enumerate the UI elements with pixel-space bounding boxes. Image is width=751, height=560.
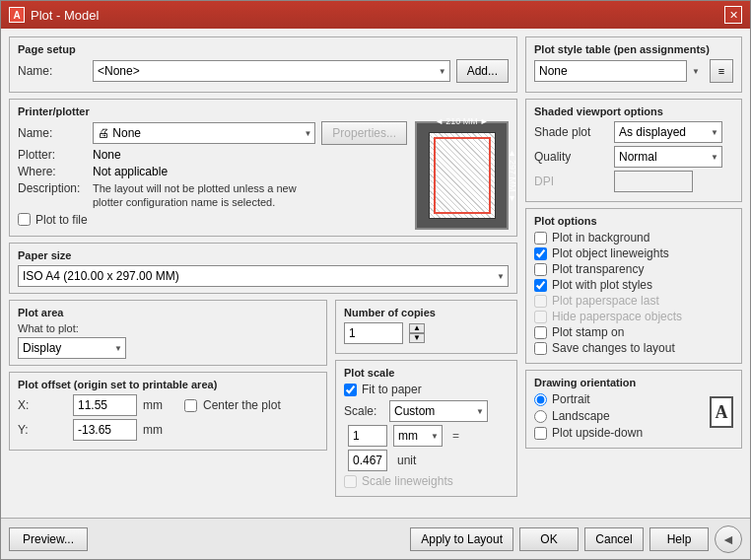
plot-style-select[interactable]: None	[534, 60, 687, 82]
bottom-right: Number of copies 1 ▲ ▼ Plot scale	[335, 300, 517, 510]
plot-stamp-label: Plot stamp on	[552, 325, 624, 339]
paper-size-select[interactable]: ISO A4 (210.00 x 297.00 MM)	[18, 265, 509, 287]
plot-in-bg-checkbox[interactable]	[534, 232, 547, 245]
printer-name-select[interactable]: 🖨 None	[93, 122, 315, 144]
unit-select-wrap: mm	[393, 425, 443, 447]
page-setup-name-select[interactable]: <None>	[93, 60, 450, 82]
y-mm-label: mm	[143, 423, 163, 437]
plot-style-edit-button[interactable]: ≡	[710, 59, 733, 83]
scale-lineweights-label: Scale lineweights	[362, 474, 453, 488]
plot-offset-section: Plot offset (origin set to printable are…	[9, 372, 327, 451]
plot-scale-title: Plot scale	[344, 367, 509, 379]
shade-plot-select-wrap: As displayed	[614, 121, 722, 143]
plot-option-4: Plot paperspace last	[534, 294, 733, 308]
plot-with-styles-label: Plot with plot styles	[552, 278, 652, 292]
copies-section: Number of copies 1 ▲ ▼	[335, 300, 517, 354]
bottom-buttons: Preview... Apply to Layout OK Cancel Hel…	[1, 518, 750, 559]
preview-button[interactable]: Preview...	[9, 527, 88, 551]
preview-box: ◄ 210 MM ► ▲ 297 MM ▼	[415, 121, 509, 230]
properties-button[interactable]: Properties...	[321, 121, 407, 145]
save-changes-checkbox[interactable]	[534, 342, 547, 355]
plot-area-select-wrap: Display	[18, 337, 126, 359]
quality-select-wrap: Normal	[614, 146, 722, 168]
description-label: Description:	[18, 181, 87, 195]
shade-plot-label: Shade plot	[534, 125, 608, 139]
copies-input[interactable]: 1	[344, 322, 403, 344]
window-title: Plot - Model	[31, 8, 99, 23]
copies-up[interactable]: ▲	[409, 323, 425, 333]
plot-options-section: Plot options Plot in background Plot obj…	[525, 208, 742, 364]
paper-size-section: Paper size ISO A4 (210.00 x 297.00 MM)	[9, 243, 517, 294]
app-icon: A	[9, 7, 25, 23]
fit-to-paper-checkbox[interactable]	[344, 384, 357, 396]
hide-paperspace-label: Hide paperspace objects	[552, 310, 682, 323]
plot-transparency-label: Plot transparency	[552, 262, 644, 276]
plot-upside-down-label: Plot upside-down	[552, 426, 643, 440]
apply-to-layout-button[interactable]: Apply to Layout	[410, 527, 513, 551]
plotter-label: Plotter:	[18, 148, 87, 162]
close-button[interactable]: ✕	[724, 6, 742, 24]
landscape-radio[interactable]	[534, 410, 547, 423]
ok-button[interactable]: OK	[519, 527, 579, 551]
copies-down[interactable]: ▼	[409, 333, 425, 343]
shaded-viewport-section: Shaded viewport options Shade plot As di…	[525, 99, 742, 202]
printer-section: Printer/plotter Name: 🖨 None Properties.…	[9, 99, 517, 237]
plot-offset-title: Plot offset (origin set to printable are…	[18, 379, 318, 390]
plot-with-styles-checkbox[interactable]	[534, 279, 547, 292]
bottom-row: Plot area What to plot: Display Plot off…	[9, 300, 517, 510]
plot-option-6: Plot stamp on	[534, 325, 733, 339]
plot-paperspace-last-checkbox[interactable]	[534, 295, 547, 308]
hide-paperspace-checkbox[interactable]	[534, 311, 547, 323]
shade-plot-select[interactable]: As displayed	[614, 121, 722, 143]
eq-sign: =	[452, 429, 459, 443]
x-input[interactable]: 11.55	[73, 394, 137, 416]
page-setup-section: Page setup Name: <None> Add...	[9, 36, 517, 93]
plot-obj-lw-checkbox[interactable]	[534, 247, 547, 260]
plot-to-file-label: Plot to file	[35, 213, 88, 227]
add-button[interactable]: Add...	[456, 59, 509, 83]
quality-select[interactable]: Normal	[614, 146, 722, 168]
plot-style-select-wrap: None	[534, 60, 704, 82]
scale-select-wrap: Custom	[389, 400, 488, 422]
save-changes-label: Save changes to layout	[552, 341, 675, 355]
quality-label: Quality	[534, 150, 608, 164]
scale-label: Scale:	[344, 404, 383, 418]
portrait-radio[interactable]	[534, 393, 547, 406]
y-input[interactable]: -13.65	[73, 419, 137, 441]
cancel-button[interactable]: Cancel	[584, 527, 644, 551]
plot-area-select[interactable]: Display	[18, 337, 126, 359]
plot-option-2: Plot transparency	[534, 262, 733, 276]
center-plot-checkbox[interactable]	[184, 399, 197, 412]
where-value: Not applicable	[93, 165, 168, 178]
scale-input2[interactable]: 0.4672	[348, 450, 387, 471]
portrait-label: Portrait	[552, 392, 590, 406]
plot-to-file-checkbox[interactable]	[18, 213, 31, 226]
plot-upside-down-checkbox[interactable]	[534, 427, 547, 440]
scale-input1[interactable]: 1	[348, 425, 387, 447]
landscape-label: Landscape	[552, 409, 610, 423]
plot-obj-lw-label: Plot object lineweights	[552, 246, 669, 260]
plot-transparency-checkbox[interactable]	[534, 263, 547, 276]
plot-style-title: Plot style table (pen assignments)	[534, 43, 733, 55]
printer-name-label: Name:	[18, 126, 87, 140]
plot-area-section: Plot area What to plot: Display	[9, 300, 327, 366]
scale-select[interactable]: Custom	[389, 400, 488, 422]
unit-select[interactable]: mm	[393, 425, 443, 447]
dpi-input[interactable]	[614, 171, 693, 192]
what-to-plot-label: What to plot:	[18, 322, 79, 334]
plot-stamp-checkbox[interactable]	[534, 326, 547, 339]
help-button[interactable]: Help	[649, 527, 709, 551]
printer-form: Name: 🖨 None Properties... Plotter: None	[18, 121, 407, 230]
shaded-viewport-title: Shaded viewport options	[534, 105, 733, 117]
plot-area-title: Plot area	[18, 307, 318, 318]
left-panel: Page setup Name: <None> Add... Printer/p…	[9, 36, 517, 510]
page-setup-name-wrap: <None>	[93, 60, 450, 82]
copies-title: Number of copies	[344, 307, 509, 318]
scale-lineweights-checkbox[interactable]	[344, 475, 357, 488]
right-panel: Plot style table (pen assignments) None …	[525, 36, 742, 510]
back-button[interactable]: ◄	[715, 525, 742, 553]
plot-option-5: Hide paperspace objects	[534, 310, 733, 323]
name-label: Name:	[18, 64, 87, 78]
orientation-preview-icon: A	[710, 396, 733, 428]
printer-preview-area: Name: 🖨 None Properties... Plotter: None	[18, 121, 509, 230]
